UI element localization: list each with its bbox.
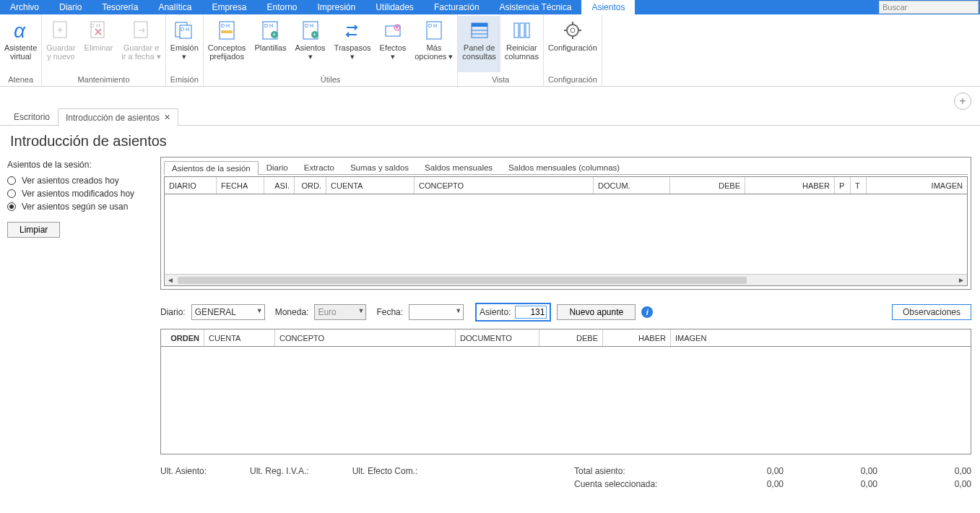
transfer-icon	[341, 19, 364, 42]
scroll-left-icon[interactable]: ◄	[165, 275, 176, 286]
radio-modificados-hoy[interactable]: Ver asientos modificados hoy	[7, 189, 150, 199]
tab-escritorio[interactable]: Escritorio	[6, 108, 58, 125]
menu-tesoreria[interactable]: Tesorería	[92, 0, 148, 14]
menu-facturacion[interactable]: Facturación	[424, 0, 490, 14]
col-diario[interactable]: DIARIO	[165, 177, 217, 194]
doc-plus-icon: +	[49, 19, 72, 42]
subtab-extracto[interactable]: Extracto	[296, 160, 342, 174]
menu-diario[interactable]: Diario	[49, 0, 92, 14]
col-fecha[interactable]: FECHA	[217, 177, 264, 194]
info-icon[interactable]: i	[641, 306, 653, 318]
moneda-select[interactable]: Euro▼	[314, 304, 366, 320]
fecha-label: Fecha:	[376, 307, 403, 317]
configuracion-button[interactable]: Configuración	[544, 16, 602, 72]
col2-haber[interactable]: HABER	[603, 329, 671, 346]
svg-text:D H: D H	[428, 23, 437, 28]
col2-cuenta[interactable]: CUENTA	[204, 329, 275, 346]
effects-icon	[381, 19, 404, 42]
menu-utilidades[interactable]: Utilidades	[365, 0, 424, 14]
cuenta-sel-label: Cuenta seleccionada:	[574, 479, 690, 489]
ribbon-group-utiles: Útiles	[204, 73, 458, 86]
diario-select[interactable]: GENERAL▼	[191, 304, 265, 320]
conceptos-prefijados-button[interactable]: D H Conceptosprefijados	[204, 16, 251, 72]
tab-introduccion-asientos[interactable]: Introducción de asientos✕	[58, 108, 178, 126]
svg-text:+: +	[313, 31, 316, 38]
sidebar: Asientos de la sesión: Ver asientos crea…	[0, 154, 157, 513]
add-button[interactable]: +	[954, 92, 971, 110]
close-icon[interactable]: ✕	[164, 113, 170, 122]
menu-asientos[interactable]: Asientos	[581, 0, 635, 14]
observaciones-button[interactable]: Observaciones	[892, 304, 971, 320]
col-haber[interactable]: HABER	[745, 177, 835, 194]
menu-archivo[interactable]: Archivo	[0, 0, 49, 14]
efectos-button[interactable]: Efectos▾	[376, 16, 411, 72]
scroll-right-icon[interactable]: ►	[955, 275, 967, 286]
gear-icon	[561, 19, 584, 42]
plantillas-button[interactable]: D H+ Plantillas	[250, 16, 290, 72]
radio-icon	[7, 189, 16, 198]
col-cuenta[interactable]: CUENTA	[326, 177, 415, 194]
dh-tpl-icon: D H+	[259, 19, 282, 42]
col2-concepto[interactable]: CONCEPTO	[275, 329, 456, 346]
panel-consultas-button[interactable]: Panel deconsultas	[458, 16, 500, 72]
search-input[interactable]: Buscar	[879, 1, 979, 14]
asiento-input[interactable]	[515, 306, 547, 319]
limpiar-button[interactable]: Limpiar	[7, 222, 60, 238]
grid-apuntes: ORDEN CUENTA CONCEPTO DOCUMENTO DEBE HAB…	[160, 329, 971, 454]
chevron-down-icon: ▼	[256, 307, 263, 314]
svg-text:D H: D H	[90, 22, 100, 29]
guardar-ir-fecha-button[interactable]: Guardar eir a fecha ▾	[117, 16, 165, 72]
col2-imagen[interactable]: IMAGEN	[671, 329, 971, 346]
fecha-select[interactable]: ▼	[409, 304, 464, 320]
radio-icon	[7, 176, 16, 185]
ribbon-group-atenea: Atenea	[0, 73, 41, 86]
subtab-sesion[interactable]: Asientos de la sesión	[164, 161, 259, 175]
col-imagen[interactable]: IMAGEN	[867, 177, 967, 194]
ult-asiento-label: Ult. Asiento:	[160, 466, 207, 476]
svg-text:D H: D H	[221, 23, 230, 28]
col-debe[interactable]: DEBE	[670, 177, 745, 194]
chevron-down-icon: ▼	[357, 307, 364, 314]
menu-empresa[interactable]: Empresa	[201, 0, 256, 14]
menu-entorno[interactable]: Entorno	[256, 0, 307, 14]
menu-impresion[interactable]: Impresión	[307, 0, 365, 14]
grid2-body[interactable]	[161, 347, 971, 454]
col2-documento[interactable]: DOCUMENTO	[456, 329, 539, 346]
traspasos-button[interactable]: Traspasos▾	[330, 16, 376, 72]
svg-rect-5	[134, 22, 147, 38]
svg-point-31	[567, 25, 578, 36]
grid-body[interactable]	[165, 194, 967, 274]
col-asi[interactable]: ASI.	[264, 177, 295, 194]
eliminar-button[interactable]: D H Eliminar	[80, 16, 118, 72]
reiniciar-columnas-button[interactable]: Reiniciarcolumnas	[500, 16, 543, 72]
menu-asistencia[interactable]: Asistencia Técnica	[490, 0, 582, 14]
svg-text:+: +	[272, 31, 276, 38]
subtab-diario[interactable]: Diario	[259, 160, 296, 174]
nuevo-apunte-button[interactable]: Nuevo apunte	[557, 304, 636, 320]
col-docum[interactable]: DOCUM.	[594, 177, 670, 194]
radio-segun-usan[interactable]: Ver asientos según se usan	[7, 202, 150, 212]
h-scrollbar[interactable]: ◄ ►	[165, 274, 967, 285]
asientos-dropdown-button[interactable]: D H+ Asientos▾	[290, 16, 329, 72]
col-concepto[interactable]: CONCEPTO	[415, 177, 594, 194]
emision-button[interactable]: D H Emisión▾	[166, 16, 203, 72]
col-p[interactable]: P	[835, 177, 851, 194]
col2-orden[interactable]: ORDEN	[161, 329, 204, 346]
dh-more-icon: D H	[422, 19, 446, 42]
menu-analitica[interactable]: Analítica	[148, 0, 201, 14]
subtab-saldos-cols[interactable]: Saldos mensuales (columnas)	[500, 160, 628, 174]
col-t[interactable]: T	[851, 177, 867, 194]
asistente-virtual-button[interactable]: α Asistentevirtual	[0, 16, 41, 72]
subtab-saldos-mens[interactable]: Saldos mensuales	[417, 160, 500, 174]
ribbon: α Asistentevirtual Atenea + Guardary nue…	[0, 14, 980, 87]
guardar-nuevo-button[interactable]: + Guardary nuevo	[42, 16, 79, 72]
col2-debe[interactable]: DEBE	[539, 329, 603, 346]
radio-creados-hoy[interactable]: Ver asientos creados hoy	[7, 176, 150, 186]
subtabs: Asientos de la sesión Diario Extracto Su…	[164, 160, 968, 175]
svg-rect-28	[514, 23, 519, 38]
radio-icon	[7, 202, 16, 211]
columns-icon	[510, 19, 533, 42]
col-ord[interactable]: ORD.	[295, 177, 326, 194]
subtab-sumas[interactable]: Sumas y saldos	[342, 160, 417, 174]
mas-opciones-button[interactable]: D H Másopciones ▾	[410, 16, 457, 72]
